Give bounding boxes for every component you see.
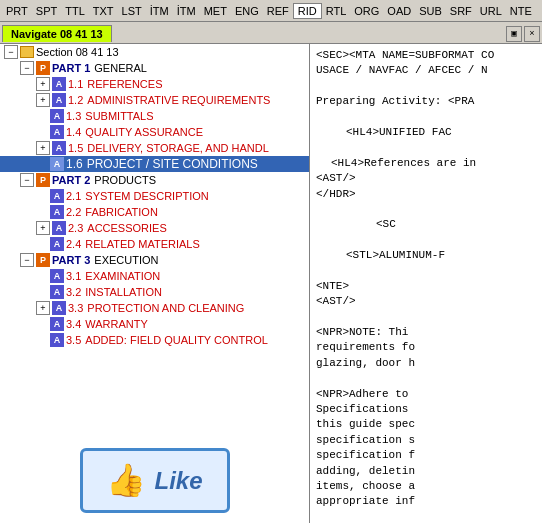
content-line-17: specification s — [316, 433, 536, 448]
tree-label-1-6: 1.6 — [66, 157, 83, 171]
toolbar-txt[interactable]: TXT — [89, 4, 118, 18]
tree-part1-label: PART 1 — [52, 62, 90, 74]
tree-toggle-2-3[interactable]: + — [36, 221, 50, 235]
icon-a-1-2: A — [52, 93, 66, 107]
icon-a-2-2: A — [50, 205, 64, 219]
tree-toggle-part2[interactable]: − — [20, 173, 34, 187]
toolbar-oad[interactable]: OAD — [383, 4, 415, 18]
tree-toggle-1-5[interactable]: + — [36, 141, 50, 155]
tree-root-label: Section 08 41 13 — [36, 46, 119, 58]
tree-toggle-1-2[interactable]: + — [36, 93, 50, 107]
like-label: Like — [154, 467, 202, 495]
icon-a-1-1: A — [52, 77, 66, 91]
tree-desc-1-3: SUBMITTALS — [85, 110, 153, 122]
tree-item-2-4[interactable]: A 2.4 RELATED MATERIALS — [0, 236, 309, 252]
icon-p-part2: P — [36, 173, 50, 187]
tree-toggle-3-3[interactable]: + — [36, 301, 50, 315]
tree-item-2-1[interactable]: A 2.1 SYSTEM DESCRIPTION — [0, 188, 309, 204]
toolbar-lst[interactable]: LST — [118, 4, 146, 18]
toolbar-itm2[interactable]: İTM — [173, 4, 200, 18]
tree-item-1-6[interactable]: A 1.6 PROJECT / SITE CONDITIONS — [0, 156, 309, 172]
tree-toggle-part1[interactable]: − — [20, 61, 34, 75]
tree-item-1-1[interactable]: + A 1.1 REFERENCES — [0, 76, 309, 92]
tree-desc-3-4: WARRANTY — [85, 318, 148, 330]
toolbar-eng[interactable]: ENG — [231, 4, 263, 18]
tree-part3[interactable]: − P PART 3 EXECUTION — [0, 252, 309, 268]
icon-a-1-6: A — [50, 157, 64, 171]
tree-part3-label: PART 3 — [52, 254, 90, 266]
toolbar: PRT SPT TTL TXT LST İTM İTM MET ENG REF … — [0, 0, 542, 22]
content-line-14: <NPR>Adhere to — [316, 387, 536, 402]
tree-item-1-2[interactable]: + A 1.2 ADMINISTRATIVE REQUIREMENTS — [0, 92, 309, 108]
tree-part2-desc: PRODUCTS — [94, 174, 156, 186]
tree-label-1-2: 1.2 — [68, 94, 83, 106]
content-line-9: <NTE> — [316, 279, 536, 294]
tree-item-1-4[interactable]: A 1.4 QUALITY ASSURANCE — [0, 124, 309, 140]
tree-desc-1-2: ADMINISTRATIVE REQUIREMENTS — [87, 94, 270, 106]
tree-item-2-3[interactable]: + A 2.3 ACCESSORIES — [0, 220, 309, 236]
content-line-3: <HL4>UNIFIED FAC — [316, 125, 536, 140]
toolbar-ref[interactable]: REF — [263, 4, 293, 18]
toolbar-prt[interactable]: PRT — [2, 4, 32, 18]
icon-a-3-4: A — [50, 317, 64, 331]
content-line-20: items, choose a — [316, 479, 536, 494]
toolbar-rid[interactable]: RID — [293, 3, 322, 19]
tree-item-1-3[interactable]: A 1.3 SUBMITTALS — [0, 108, 309, 124]
content-line-21: appropriate inf — [316, 494, 536, 509]
like-box[interactable]: 👍 Like — [80, 448, 230, 513]
tree-item-2-2[interactable]: A 2.2 FABRICATION — [0, 204, 309, 220]
content-line-5: <AST/> — [316, 171, 536, 186]
tree-toggle-root[interactable]: − — [4, 45, 18, 59]
toolbar-sub[interactable]: SUB — [415, 4, 446, 18]
tree-part2[interactable]: − P PART 2 PRODUCTS — [0, 172, 309, 188]
content-spacer-5 — [316, 233, 536, 248]
toolbar-org[interactable]: ORG — [350, 4, 383, 18]
tree-item-3-3[interactable]: + A 3.3 PROTECTION AND CLEANING — [0, 300, 309, 316]
content-line-13: glazing, door h — [316, 356, 536, 371]
toolbar-nte[interactable]: NTE — [506, 4, 536, 18]
icon-a-3-3: A — [52, 301, 66, 315]
icon-a-1-3: A — [50, 109, 64, 123]
toolbar-ttl[interactable]: TTL — [61, 4, 89, 18]
content-line-18: specification f — [316, 448, 536, 463]
toolbar-met[interactable]: MET — [200, 4, 231, 18]
tab-navigate[interactable]: Navigate 08 41 13 — [2, 25, 112, 42]
tree-item-3-1[interactable]: A 3.1 EXAMINATION — [0, 268, 309, 284]
tree-desc-1-6: PROJECT / SITE CONDITIONS — [87, 157, 258, 171]
tree-label-3-5: 3.5 — [66, 334, 81, 346]
tree-desc-1-4: QUALITY ASSURANCE — [85, 126, 203, 138]
tree-part1[interactable]: − P PART 1 GENERAL — [0, 60, 309, 76]
icon-a-3-1: A — [50, 269, 64, 283]
tree-desc-1-1: REFERENCES — [87, 78, 162, 90]
icon-a-2-1: A — [50, 189, 64, 203]
icon-a-1-4: A — [50, 125, 64, 139]
tree-part2-label: PART 2 — [52, 174, 90, 186]
tree-item-3-2[interactable]: A 3.2 INSTALLATION — [0, 284, 309, 300]
tree-item-1-5[interactable]: + A 1.5 DELIVERY, STORAGE, AND HANDL — [0, 140, 309, 156]
tree-toggle-1-1[interactable]: + — [36, 77, 50, 91]
tree-item-3-4[interactable]: A 3.4 WARRANTY — [0, 316, 309, 332]
tree-label-2-2: 2.2 — [66, 206, 81, 218]
toolbar-spt[interactable]: SPT — [32, 4, 61, 18]
content-line-8: <STL>ALUMINUM-F — [316, 248, 536, 263]
tab-pin-btn[interactable]: ▣ — [506, 26, 522, 42]
tab-close-btn[interactable]: × — [524, 26, 540, 42]
folder-icon — [20, 46, 34, 58]
tree-toggle-part3[interactable]: − — [20, 253, 34, 267]
icon-a-2-3: A — [52, 221, 66, 235]
content-panel[interactable]: <SEC><MTA NAME=SUBFORMAT CO USACE / NAVF… — [310, 44, 542, 523]
main-area: − Section 08 41 13 − P PART 1 GENERAL + … — [0, 44, 542, 523]
content-line-11: <NPR>NOTE: Thi — [316, 325, 536, 340]
tree-content[interactable]: − Section 08 41 13 − P PART 1 GENERAL + … — [0, 44, 309, 438]
tree-desc-1-5: DELIVERY, STORAGE, AND HANDL — [87, 142, 269, 154]
tree-desc-2-1: SYSTEM DESCRIPTION — [85, 190, 208, 202]
toolbar-rtl[interactable]: RTL — [322, 4, 351, 18]
tree-desc-3-1: EXAMINATION — [85, 270, 160, 282]
toolbar-srf[interactable]: SRF — [446, 4, 476, 18]
toolbar-itm1[interactable]: İTM — [146, 4, 173, 18]
tree-part1-desc: GENERAL — [94, 62, 147, 74]
tree-root[interactable]: − Section 08 41 13 — [0, 44, 309, 60]
tree-item-3-5[interactable]: A 3.5 ADDED: FIELD QUALITY CONTROL — [0, 332, 309, 348]
tree-panel: − Section 08 41 13 − P PART 1 GENERAL + … — [0, 44, 310, 523]
toolbar-url[interactable]: URL — [476, 4, 506, 18]
